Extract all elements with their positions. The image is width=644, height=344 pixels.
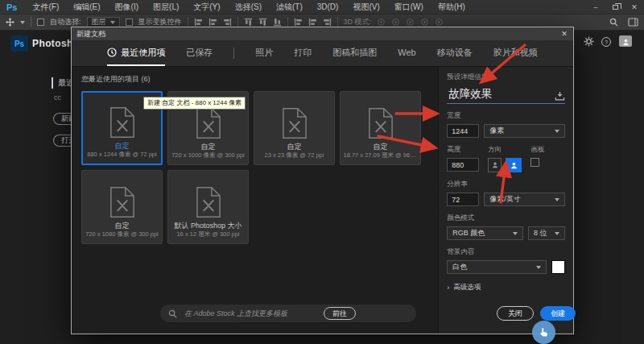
align-bottom-icon[interactable] bbox=[273, 18, 282, 27]
portrait-icon bbox=[491, 161, 499, 169]
dialog-close-icon[interactable]: ✕ bbox=[555, 27, 573, 40]
menu-file[interactable]: 文件(F) bbox=[25, 2, 66, 13]
gear-icon[interactable] bbox=[584, 36, 594, 47]
home-open-button-clipped[interactable]: 打开 bbox=[53, 135, 71, 147]
resolution-input[interactable] bbox=[447, 193, 479, 206]
preset-tooltip: 新建 自定 文档 - 880 x 1244 像素 bbox=[143, 97, 246, 110]
home-new-button-clipped[interactable]: 新建 bbox=[53, 113, 71, 125]
document-icon bbox=[109, 106, 135, 139]
dialog-tabs: 最近使用项 已保存 照片 打印 图稿和插图 Web 移动设备 胶片和视频 bbox=[72, 40, 573, 67]
tab-recent[interactable]: 最近使用项 bbox=[107, 40, 165, 66]
move-tool-icon[interactable] bbox=[6, 18, 14, 27]
home-nav-recent-clipped[interactable]: 最近使用项 bbox=[52, 77, 71, 89]
landscape-orientation-button[interactable] bbox=[506, 158, 522, 172]
search-icon[interactable] bbox=[609, 18, 618, 27]
menu-type[interactable]: 文字(Y) bbox=[186, 2, 227, 13]
3d-camera-icon[interactable] bbox=[435, 18, 444, 27]
align-left-icon[interactable] bbox=[194, 18, 203, 27]
workspace-icon[interactable] bbox=[628, 18, 638, 27]
resolution-label: 分辨率 bbox=[447, 180, 565, 189]
menu-layer[interactable]: 图层(L) bbox=[146, 2, 186, 13]
width-input[interactable] bbox=[447, 124, 479, 138]
3d-slide-icon[interactable] bbox=[420, 18, 429, 27]
create-button[interactable]: 创建 bbox=[540, 306, 576, 321]
menu-3d[interactable]: 3D(D) bbox=[310, 2, 346, 11]
tab-art-illustration[interactable]: 图稿和插图 bbox=[332, 40, 377, 66]
window-controls: – ✕ bbox=[586, 0, 644, 14]
avatar[interactable] bbox=[619, 35, 632, 47]
stock-search-input[interactable] bbox=[183, 309, 318, 318]
align-middle-icon[interactable] bbox=[258, 18, 267, 27]
pointer-hand-icon bbox=[538, 326, 550, 338]
menu-image[interactable]: 图像(I) bbox=[108, 2, 146, 13]
document-icon bbox=[196, 107, 221, 139]
close-dialog-button[interactable]: 关闭 bbox=[497, 306, 534, 321]
menu-window[interactable]: 窗口(W) bbox=[387, 2, 431, 13]
menu-help[interactable]: 帮助(H) bbox=[431, 2, 473, 13]
close-window-button[interactable]: ✕ bbox=[625, 0, 644, 14]
3d-pan-icon[interactable] bbox=[406, 18, 415, 27]
chevron-down-icon bbox=[536, 266, 541, 269]
tab-print[interactable]: 打印 bbox=[294, 40, 312, 66]
menu-select[interactable]: 选择(S) bbox=[228, 2, 269, 13]
stock-search-bar: 前往 bbox=[160, 305, 416, 322]
document-icon bbox=[196, 186, 221, 218]
clock-icon bbox=[107, 48, 117, 57]
menu-view[interactable]: 视图(V) bbox=[345, 2, 386, 13]
touch-cursor-badge bbox=[532, 321, 555, 344]
preset-card[interactable]: 自定 18.77 x 27.09 厘米 @ 96.012… bbox=[340, 91, 421, 165]
align-center-h-icon[interactable] bbox=[208, 18, 217, 27]
preset-card[interactable]: 自定 720 x 1080 像素 @ 300 ppi bbox=[81, 170, 163, 244]
color-mode-dropdown[interactable]: RGB 颜色 bbox=[447, 226, 523, 240]
align-top-icon[interactable] bbox=[244, 18, 253, 27]
portrait-orientation-button[interactable] bbox=[488, 158, 502, 172]
3d-orbit-icon[interactable] bbox=[377, 18, 386, 27]
tab-web[interactable]: Web bbox=[398, 40, 415, 66]
background-color-swatch[interactable] bbox=[551, 260, 565, 274]
recent-header: 您最近使用的项目 (6) bbox=[81, 74, 428, 85]
go-button[interactable]: 前往 bbox=[324, 307, 356, 320]
background-dropdown[interactable]: 白色 bbox=[447, 260, 547, 274]
width-unit-dropdown[interactable]: 像素 bbox=[484, 124, 565, 138]
minimize-button[interactable]: – bbox=[586, 0, 605, 14]
help-icon[interactable]: ? bbox=[601, 37, 611, 47]
tab-mobile[interactable]: 移动设备 bbox=[437, 40, 473, 66]
dialog-titlebar[interactable]: 新建文档 ✕ bbox=[72, 27, 573, 40]
width-label: 宽度 bbox=[447, 111, 565, 121]
3d-roll-icon[interactable] bbox=[391, 18, 400, 27]
preset-card[interactable]: 默认 Photoshop 大小 16 x 12 厘米 @ 300 ppi bbox=[167, 170, 249, 244]
advanced-options-toggle[interactable]: › 高级选项 bbox=[447, 283, 565, 292]
new-document-dialog: 新建文档 ✕ 最近使用项 已保存 照片 打印 图稿和插图 Web 移动设备 胶片… bbox=[71, 27, 574, 334]
restore-button[interactable] bbox=[605, 0, 625, 14]
show-transform-checkbox[interactable] bbox=[126, 19, 133, 26]
preset-card[interactable]: 自定 23 x 23 像素 @ 72 ppi bbox=[254, 91, 335, 165]
chevron-down-icon bbox=[555, 232, 559, 235]
distribute-left-icon[interactable] bbox=[294, 18, 303, 27]
menu-edit[interactable]: 编辑(E) bbox=[66, 2, 107, 13]
save-preset-icon[interactable] bbox=[555, 91, 565, 101]
align-right-icon[interactable] bbox=[223, 18, 232, 27]
height-input[interactable] bbox=[447, 158, 479, 172]
document-icon bbox=[109, 186, 135, 218]
chevron-right-icon: › bbox=[447, 284, 449, 292]
distribute-right-icon[interactable] bbox=[323, 18, 332, 27]
chevron-down-icon bbox=[110, 21, 115, 24]
artboard-checkbox[interactable] bbox=[530, 158, 539, 167]
photoshop-home-logo: Ps bbox=[10, 35, 28, 52]
resolution-unit-dropdown[interactable]: 像素/英寸 bbox=[484, 193, 565, 206]
chevron-down-icon bbox=[513, 232, 518, 235]
document-name-input[interactable] bbox=[447, 87, 542, 101]
preset-grid: 自定 880 x 1244 像素 @ 72 ppi 自定 720 x 1000 … bbox=[81, 91, 428, 244]
auto-select-checkbox[interactable] bbox=[37, 19, 44, 26]
menu-filter[interactable]: 滤镜(T) bbox=[269, 2, 310, 13]
tab-film-video[interactable]: 胶片和视频 bbox=[493, 40, 538, 66]
search-icon bbox=[168, 309, 177, 318]
distribute-center-icon[interactable] bbox=[308, 18, 317, 27]
home-cc-label: cc bbox=[54, 93, 61, 102]
tab-saved[interactable]: 已保存 bbox=[186, 40, 213, 66]
recent-presets-area: 您最近使用的项目 (6) 自定 880 x 1244 像素 @ 72 ppi 自… bbox=[72, 67, 438, 334]
restore-icon bbox=[613, 5, 618, 10]
bit-depth-dropdown[interactable]: 8 位 bbox=[528, 226, 565, 240]
tab-photo[interactable]: 照片 bbox=[255, 40, 273, 66]
tool-preset-caret-icon[interactable] bbox=[20, 21, 25, 24]
